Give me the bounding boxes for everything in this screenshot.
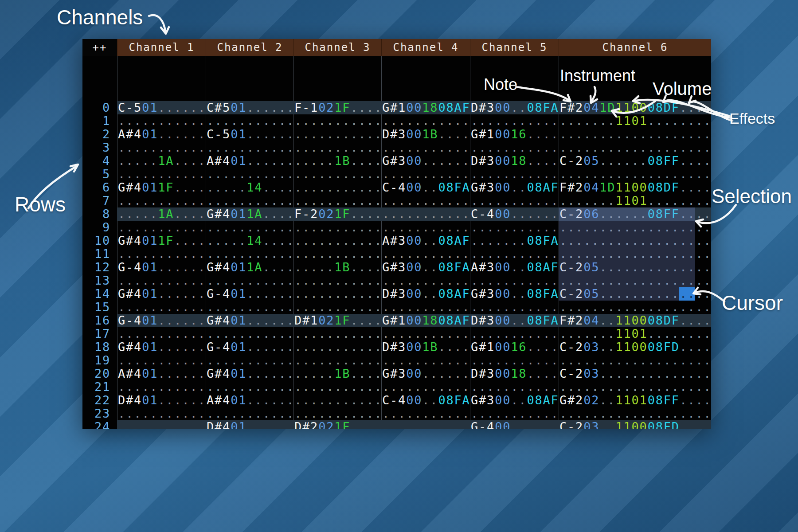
pattern-cell-ch6[interactable]: C-203..110008FD.... — [559, 340, 711, 354]
pattern-cell-ch3[interactable]: F-1021F.... — [293, 101, 381, 114]
pattern-cell-ch1[interactable]: D#401...... — [117, 394, 206, 407]
pattern-cell-ch6[interactable]: ................... — [559, 380, 711, 394]
pattern-cell-ch3[interactable]: ........... — [293, 274, 381, 287]
pattern-cell-ch3[interactable]: ........... — [293, 407, 381, 420]
pattern-cell-ch2[interactable]: G-401...... — [206, 340, 293, 354]
pattern-cell-ch1[interactable]: G#4011F.... — [117, 181, 206, 194]
pattern-cell-ch3[interactable]: ........... — [293, 354, 381, 367]
pattern-cell-ch4[interactable]: ........... — [381, 380, 470, 394]
pattern-cell-ch5[interactable]: ........... — [470, 380, 559, 394]
channel-header-6[interactable]: Channel 6 — [559, 39, 711, 56]
pattern-cell-ch1[interactable]: ........... — [117, 114, 206, 128]
pattern-cell-ch1[interactable]: C-501...... — [117, 101, 206, 114]
pattern-cell-ch2[interactable]: ........... — [206, 247, 293, 261]
pattern-cell-ch4[interactable]: A#300..08AF — [381, 234, 470, 247]
pattern-cell-ch2[interactable]: ........... — [206, 354, 293, 367]
pattern-cell-ch2[interactable]: ........... — [206, 114, 293, 128]
pattern-cell-ch3[interactable]: ........... — [293, 247, 381, 261]
pattern-cell-ch3[interactable]: ........... — [293, 114, 381, 128]
pattern-cell-ch4[interactable]: D#3001B.... — [381, 128, 470, 141]
pattern-cell-ch3[interactable]: ........... — [293, 340, 381, 354]
selection-overlay[interactable] — [559, 207, 695, 301]
pattern-cell-ch1[interactable]: ........... — [117, 301, 206, 314]
pattern-cell-ch4[interactable]: D#3001B.... — [381, 340, 470, 354]
pattern-cell-ch5[interactable]: ........... — [470, 141, 559, 154]
pattern-cell-ch1[interactable]: G#401...... — [117, 340, 206, 354]
pattern-cell-ch4[interactable]: ........... — [381, 168, 470, 181]
pattern-cell-ch2[interactable]: ........... — [206, 380, 293, 394]
pattern-cell-ch2[interactable]: G#401...... — [206, 367, 293, 380]
pattern-cell-ch3[interactable]: ........... — [293, 141, 381, 154]
pattern-cell-ch3[interactable]: ........... — [293, 181, 381, 194]
pattern-cell-ch2[interactable]: G-401...... — [206, 287, 293, 301]
pattern-cell-ch5[interactable]: ........... — [470, 114, 559, 128]
pattern-cell-ch3[interactable]: ........... — [293, 327, 381, 340]
pattern-cell-ch2[interactable]: .....14.... — [206, 234, 293, 247]
pattern-cell-ch4[interactable]: D#300..08AF — [381, 287, 470, 301]
pattern-corner-button[interactable]: ++ — [82, 39, 117, 56]
pattern-cell-ch4[interactable]: ........... — [381, 301, 470, 314]
pattern-cell-ch6[interactable]: ................... — [559, 301, 711, 314]
pattern-cell-ch6[interactable]: C-203.............. — [559, 367, 711, 380]
pattern-cell-ch2[interactable]: A#401...... — [206, 394, 293, 407]
pattern-cell-ch3[interactable]: ........... — [293, 168, 381, 181]
pattern-cell-ch5[interactable]: .......08FA — [470, 234, 559, 247]
pattern-cell-ch5[interactable]: G#10016.... — [470, 128, 559, 141]
pattern-cell-ch2[interactable]: ........... — [206, 168, 293, 181]
channel-header-5[interactable]: Channel 5 — [470, 39, 559, 56]
pattern-cell-ch5[interactable]: ........... — [470, 247, 559, 261]
pattern-cell-ch3[interactable]: D#1021F.... — [293, 314, 381, 327]
pattern-cell-ch3[interactable]: D#2021F.... — [293, 420, 381, 429]
pattern-cell-ch2[interactable]: ........... — [206, 274, 293, 287]
pattern-cell-ch3[interactable]: .....1B.... — [293, 261, 381, 274]
pattern-cell-ch4[interactable]: C-400..08FA — [381, 181, 470, 194]
pattern-cell-ch5[interactable]: D#30018.... — [470, 154, 559, 168]
pattern-cell-ch4[interactable]: ........... — [381, 354, 470, 367]
pattern-cell-ch6[interactable]: C-203..110008FD.... — [559, 420, 711, 429]
edit-cursor[interactable]: .. — [679, 287, 695, 301]
pattern-cell-ch1[interactable]: ........... — [117, 274, 206, 287]
pattern-cell-ch1[interactable]: ........... — [117, 168, 206, 181]
pattern-cell-ch5[interactable]: C-400...... — [470, 207, 559, 221]
pattern-cell-ch1[interactable]: ........... — [117, 407, 206, 420]
pattern-cell-ch3[interactable]: .....1B.... — [293, 154, 381, 168]
pattern-cell-ch4[interactable]: ........... — [381, 274, 470, 287]
pattern-cell-ch3[interactable]: ........... — [293, 221, 381, 234]
pattern-cell-ch6[interactable]: ................... — [559, 407, 711, 420]
pattern-cell-ch1[interactable]: .....1A.... — [117, 154, 206, 168]
pattern-cell-ch6[interactable]: F#2041D110008DF.... — [559, 101, 711, 114]
pattern-cell-ch1[interactable]: ........... — [117, 420, 206, 429]
pattern-cell-ch5[interactable]: ........... — [470, 194, 559, 207]
pattern-cell-ch2[interactable]: G#4011A.... — [206, 261, 293, 274]
pattern-cell-ch2[interactable]: ........... — [206, 407, 293, 420]
pattern-cell-ch4[interactable]: ........... — [381, 221, 470, 234]
pattern-cell-ch6[interactable]: ................... — [559, 168, 711, 181]
pattern-cell-ch5[interactable]: D#300..08FA — [470, 314, 559, 327]
pattern-cell-ch4[interactable]: ........... — [381, 407, 470, 420]
pattern-cell-ch2[interactable]: D#401...... — [206, 420, 293, 429]
pattern-cell-ch5[interactable]: G#300..08FA — [470, 287, 559, 301]
pattern-cell-ch6[interactable]: ................... — [559, 141, 711, 154]
pattern-cell-ch5[interactable]: ........... — [470, 327, 559, 340]
pattern-cell-ch1[interactable]: G-401...... — [117, 314, 206, 327]
pattern-cell-ch5[interactable]: D#300..08FA — [470, 101, 559, 114]
pattern-cell-ch3[interactable]: ........... — [293, 301, 381, 314]
pattern-cell-ch4[interactable]: G#1001808AF — [381, 314, 470, 327]
pattern-cell-ch1[interactable]: G-401...... — [117, 261, 206, 274]
pattern-cell-ch6[interactable]: C-205......08FF.... — [559, 154, 711, 168]
pattern-cell-ch1[interactable]: G#4011F.... — [117, 234, 206, 247]
pattern-cell-ch4[interactable]: ........... — [381, 194, 470, 207]
pattern-cell-ch5[interactable]: G#300..08AF — [470, 394, 559, 407]
pattern-cell-ch2[interactable]: ........... — [206, 194, 293, 207]
pattern-cell-ch4[interactable]: ........... — [381, 420, 470, 429]
pattern-cell-ch4[interactable]: ........... — [381, 141, 470, 154]
pattern-cell-ch1[interactable]: G#401...... — [117, 287, 206, 301]
pattern-cell-ch5[interactable]: ........... — [470, 168, 559, 181]
pattern-cell-ch2[interactable]: C#501...... — [206, 101, 293, 114]
pattern-cell-ch2[interactable]: G#401...... — [206, 314, 293, 327]
pattern-cell-ch6[interactable]: G#202..110108FF.... — [559, 394, 711, 407]
pattern-cell-ch4[interactable]: C-400..08FA — [381, 394, 470, 407]
pattern-cell-ch1[interactable]: ........... — [117, 380, 206, 394]
pattern-cell-ch4[interactable]: G#300..08FA — [381, 261, 470, 274]
pattern-cell-ch6[interactable]: .......1101........ — [559, 114, 711, 128]
